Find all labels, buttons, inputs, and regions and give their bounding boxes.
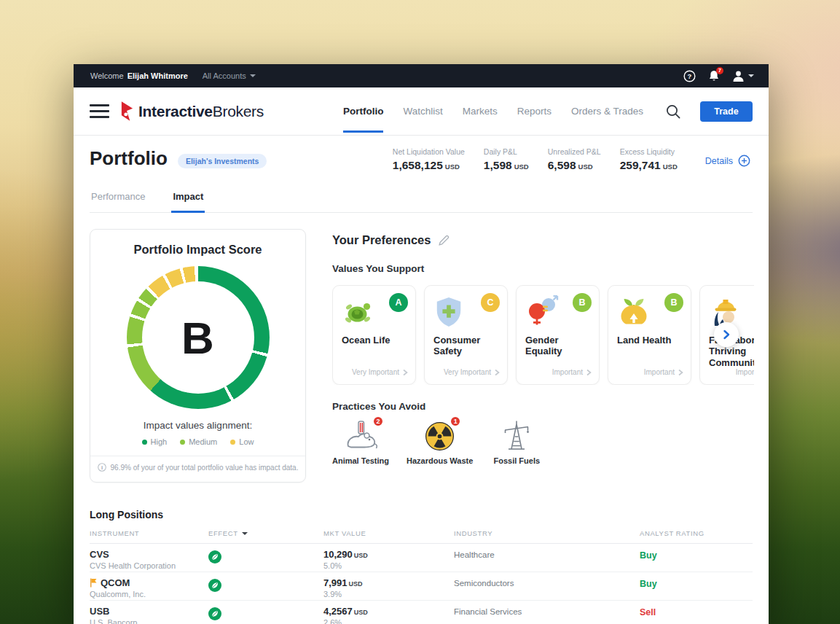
importance-link[interactable]: Important bbox=[736, 368, 754, 376]
sprout-icon bbox=[617, 295, 651, 329]
legend-high: High bbox=[142, 437, 168, 446]
portfolio-percent: 2.6% bbox=[323, 618, 454, 624]
position-row-usb[interactable]: USB U.S. Bancorp 4,2567USD 2.6% Financia… bbox=[90, 601, 753, 624]
market-value: 7,991USD bbox=[323, 577, 454, 588]
values-support-title: Values You Support bbox=[332, 263, 754, 274]
turtle-icon bbox=[342, 295, 375, 329]
account-selector-label: All Accounts bbox=[203, 71, 246, 80]
value-card-consumer-safety[interactable]: C Consumer Safety Very Important bbox=[424, 285, 508, 385]
company-name: Qualcomm, Inc. bbox=[90, 590, 208, 598]
values-carousel: A Ocean Life Very Important C Consu bbox=[332, 285, 754, 385]
impact-donut-chart: B bbox=[127, 266, 270, 409]
help-icon: ? bbox=[683, 70, 696, 82]
impact-coverage-note: i 96.9% of your of your total portfolio … bbox=[90, 456, 305, 472]
position-row-cvs[interactable]: CVS CVS Health Corporation 10,290USD 5.0… bbox=[90, 544, 753, 572]
stat-excess-liquidity: Excess Liquidity 259,741USD bbox=[620, 147, 678, 172]
svg-text:?: ? bbox=[688, 72, 692, 80]
account-badge[interactable]: Elijah's Investments bbox=[178, 154, 267, 168]
oil-derrick-icon bbox=[501, 419, 532, 451]
welcome-label: Welcome bbox=[90, 71, 124, 80]
alignment-legend: High Medium Low bbox=[90, 437, 305, 446]
details-button[interactable]: Details bbox=[705, 155, 750, 167]
sort-caret-icon bbox=[242, 532, 248, 535]
legend-medium-dot bbox=[180, 440, 185, 445]
notification-badge: 7 bbox=[716, 67, 723, 74]
portfolio-tabs: Performance Impact bbox=[90, 187, 753, 213]
col-analyst-rating: ANALYST RATING bbox=[640, 529, 753, 537]
value-card-gender-equality[interactable]: B Gender Equality Important bbox=[516, 285, 600, 385]
search-button[interactable] bbox=[665, 104, 681, 120]
col-effect[interactable]: EFFECT bbox=[208, 529, 323, 537]
avoid-item-fossil-fuels[interactable]: Fossil Fuels bbox=[490, 419, 543, 465]
carousel-next-button[interactable] bbox=[714, 322, 739, 347]
grade-badge: B bbox=[573, 293, 592, 312]
nav-item-markets[interactable]: Markets bbox=[463, 90, 498, 133]
legend-high-dot bbox=[142, 440, 147, 445]
svg-text:i: i bbox=[101, 464, 102, 471]
portfolio-stats: Net Liquidation Value 1,658,125USD Daily… bbox=[393, 147, 678, 172]
trade-button[interactable]: Trade bbox=[700, 101, 753, 122]
help-button[interactable]: ? bbox=[683, 70, 696, 82]
positions-table-header: INSTRUMENT EFFECT MKT VALUE INDUSTRY ANA… bbox=[90, 529, 753, 544]
industry: Financial Services bbox=[454, 606, 640, 624]
value-card-ocean-life[interactable]: A Ocean Life Very Important bbox=[332, 285, 416, 385]
col-mkt-value: MKT VALUE bbox=[323, 529, 454, 537]
flag-icon bbox=[90, 578, 97, 588]
impact-score-card: Portfolio Impact Score B Impact values a… bbox=[90, 229, 306, 483]
importance-link[interactable]: Important bbox=[644, 368, 683, 376]
nav-item-reports[interactable]: Reports bbox=[517, 90, 552, 133]
industry: Healthcare bbox=[454, 549, 640, 572]
analyst-rating[interactable]: Sell bbox=[640, 606, 753, 624]
nav-item-orders-trades[interactable]: Orders & Trades bbox=[571, 90, 643, 133]
value-card-land-health[interactable]: B Land Health Important bbox=[608, 285, 691, 385]
nav-item-portfolio[interactable]: Portfolio bbox=[343, 90, 384, 133]
long-positions-title: Long Positions bbox=[90, 509, 753, 520]
user-name: Elijah Whitmore bbox=[127, 71, 188, 80]
analyst-rating[interactable]: Buy bbox=[640, 549, 753, 572]
analyst-rating[interactable]: Buy bbox=[640, 577, 753, 600]
account-selector[interactable]: All Accounts bbox=[203, 71, 256, 80]
long-positions-section: Long Positions INSTRUMENT EFFECT MKT VAL… bbox=[74, 509, 769, 624]
account-topbar: Welcome Elijah Whitmore All Accounts ? 7 bbox=[74, 64, 769, 87]
grade-badge: A bbox=[389, 293, 408, 312]
gender-equality-icon bbox=[525, 295, 559, 327]
preferences-title: Your Preferences bbox=[332, 233, 754, 247]
portfolio-header: Portfolio Elijah's Investments Net Liqui… bbox=[74, 136, 769, 187]
value-name: Ocean Life bbox=[342, 335, 407, 346]
app-window: Welcome Elijah Whitmore All Accounts ? 7… bbox=[74, 64, 769, 624]
importance-link[interactable]: Very Important bbox=[444, 368, 500, 376]
stat-net-liquidation: Net Liquidation Value 1,658,125USD bbox=[393, 147, 465, 172]
notifications-button[interactable]: 7 bbox=[708, 70, 720, 82]
portfolio-percent: 5.0% bbox=[323, 561, 454, 570]
col-instrument: INSTRUMENT bbox=[90, 529, 208, 537]
avoid-name: Animal Testing bbox=[332, 456, 389, 465]
user-menu-button[interactable] bbox=[732, 70, 754, 82]
alignment-label: Impact values alignment: bbox=[90, 420, 305, 431]
avoid-name: Hazardous Waste bbox=[407, 456, 473, 465]
menu-button[interactable] bbox=[90, 104, 109, 118]
avoid-name: Fossil Fuels bbox=[494, 456, 541, 465]
interactive-brokers-mark-icon bbox=[119, 101, 135, 122]
value-name: Land Health bbox=[617, 335, 682, 346]
radioactive-icon bbox=[425, 421, 455, 451]
user-icon bbox=[732, 70, 745, 82]
importance-link[interactable]: Very Important bbox=[352, 368, 408, 376]
positive-effect-leaf-icon bbox=[208, 607, 221, 620]
tab-impact[interactable]: Impact bbox=[171, 187, 205, 213]
portfolio-percent: 3.9% bbox=[323, 590, 454, 598]
col-industry: INDUSTRY bbox=[454, 529, 640, 537]
avoid-item-animal-testing[interactable]: 2 Animal Testing bbox=[332, 419, 389, 465]
nav-item-watchlist[interactable]: Watchlist bbox=[403, 90, 442, 133]
ticker: QCOM bbox=[90, 577, 208, 588]
avoid-item-hazardous-waste[interactable]: 1 Hazardous Waste bbox=[407, 419, 473, 465]
edit-pencil-icon[interactable] bbox=[439, 235, 450, 246]
shield-cross-icon bbox=[433, 295, 464, 329]
info-icon: i bbox=[98, 463, 106, 472]
importance-link[interactable]: Important bbox=[552, 368, 592, 376]
avoid-count-badge: 2 bbox=[372, 416, 384, 427]
brand-logo[interactable]: InteractiveBrokers bbox=[119, 101, 264, 122]
stat-daily-pnl: Daily P&L 1,598USD bbox=[484, 147, 529, 172]
legend-low: Low bbox=[230, 437, 254, 446]
position-row-qcom[interactable]: QCOM Qualcomm, Inc. 7,991USD 3.9% Semico… bbox=[90, 572, 753, 601]
tab-performance[interactable]: Performance bbox=[90, 187, 146, 213]
